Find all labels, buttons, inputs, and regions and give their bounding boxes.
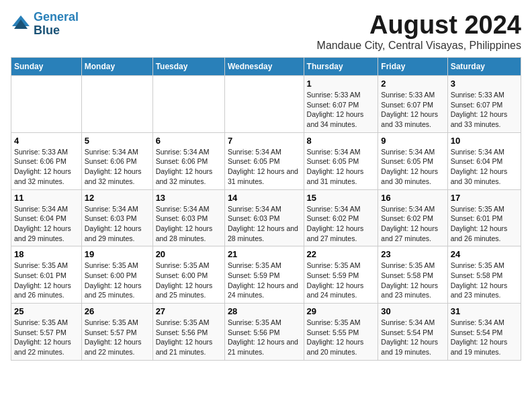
day-number: 30 [381, 306, 444, 316]
calendar-cell: 31Sunrise: 5:34 AMSunset: 5:54 PMDayligh… [447, 304, 521, 361]
calendar-cell: 24Sunrise: 5:35 AMSunset: 5:58 PMDayligh… [447, 246, 521, 304]
day-number: 10 [451, 136, 518, 146]
day-info: Sunrise: 5:33 AMSunset: 6:07 PMDaylight:… [451, 90, 518, 130]
day-info: Sunrise: 5:35 AMSunset: 6:01 PMDaylight:… [14, 261, 79, 300]
header-row: SundayMondayTuesdayWednesdayThursdayFrid… [11, 58, 521, 76]
calendar-cell: 23Sunrise: 5:35 AMSunset: 5:58 PMDayligh… [378, 246, 447, 304]
calendar-cell: 9Sunrise: 5:34 AMSunset: 6:05 PMDaylight… [378, 132, 447, 189]
day-number: 21 [228, 249, 301, 259]
day-info: Sunrise: 5:34 AMSunset: 6:03 PMDaylight:… [156, 204, 222, 244]
calendar-cell: 6Sunrise: 5:34 AMSunset: 6:06 PMDaylight… [152, 132, 224, 189]
day-number: 16 [381, 193, 444, 203]
calendar-cell: 27Sunrise: 5:35 AMSunset: 5:56 PMDayligh… [152, 304, 224, 361]
day-number: 5 [85, 136, 150, 146]
day-number: 31 [451, 306, 518, 316]
day-number: 24 [451, 249, 518, 259]
week-row-3: 18Sunrise: 5:35 AMSunset: 6:01 PMDayligh… [11, 246, 521, 304]
day-number: 25 [14, 306, 79, 316]
day-number: 3 [451, 79, 518, 89]
day-number: 28 [228, 306, 301, 316]
header-wednesday: Wednesday [224, 58, 304, 76]
calendar-cell: 10Sunrise: 5:34 AMSunset: 6:04 PMDayligh… [447, 132, 521, 189]
calendar-cell [152, 76, 224, 133]
day-number: 1 [307, 79, 375, 89]
day-info: Sunrise: 5:35 AMSunset: 5:56 PMDaylight:… [156, 318, 222, 357]
calendar-cell: 13Sunrise: 5:34 AMSunset: 6:03 PMDayligh… [152, 189, 224, 246]
calendar-cell: 14Sunrise: 5:34 AMSunset: 6:03 PMDayligh… [224, 189, 304, 246]
calendar-cell: 8Sunrise: 5:34 AMSunset: 6:05 PMDaylight… [304, 132, 378, 189]
logo: General Blue [11, 11, 79, 38]
day-info: Sunrise: 5:34 AMSunset: 6:06 PMDaylight:… [85, 147, 150, 187]
title-area: August 2024 Mandaue City, Central Visaya… [317, 11, 521, 52]
day-number: 13 [156, 193, 222, 203]
header-friday: Friday [378, 58, 447, 76]
day-info: Sunrise: 5:34 AMSunset: 6:04 PMDaylight:… [14, 204, 79, 244]
day-info: Sunrise: 5:34 AMSunset: 5:54 PMDaylight:… [451, 318, 518, 357]
day-info: Sunrise: 5:35 AMSunset: 5:56 PMDaylight:… [228, 318, 301, 357]
day-info: Sunrise: 5:35 AMSunset: 5:59 PMDaylight:… [307, 261, 375, 300]
calendar-cell [81, 76, 152, 133]
calendar-cell: 4Sunrise: 5:33 AMSunset: 6:06 PMDaylight… [11, 132, 82, 189]
calendar-cell: 26Sunrise: 5:35 AMSunset: 5:57 PMDayligh… [81, 304, 152, 361]
calendar-table: SundayMondayTuesdayWednesdayThursdayFrid… [11, 57, 521, 361]
day-number: 27 [156, 306, 222, 316]
day-number: 8 [307, 136, 375, 146]
header-saturday: Saturday [447, 58, 521, 76]
calendar-cell [224, 76, 304, 133]
calendar-cell: 16Sunrise: 5:34 AMSunset: 6:02 PMDayligh… [378, 189, 447, 246]
day-info: Sunrise: 5:35 AMSunset: 5:57 PMDaylight:… [14, 318, 79, 357]
day-number: 11 [14, 193, 79, 203]
day-info: Sunrise: 5:35 AMSunset: 6:00 PMDaylight:… [156, 261, 222, 300]
day-info: Sunrise: 5:33 AMSunset: 6:07 PMDaylight:… [307, 90, 375, 130]
calendar-cell: 11Sunrise: 5:34 AMSunset: 6:04 PMDayligh… [11, 189, 82, 246]
day-number: 19 [85, 249, 150, 259]
logo-icon [11, 14, 31, 34]
main-title: August 2024 [317, 11, 521, 40]
day-info: Sunrise: 5:35 AMSunset: 6:00 PMDaylight:… [85, 261, 150, 300]
day-number: 9 [381, 136, 444, 146]
day-number: 4 [14, 136, 79, 146]
header-thursday: Thursday [304, 58, 378, 76]
day-info: Sunrise: 5:34 AMSunset: 6:06 PMDaylight:… [156, 147, 222, 187]
day-info: Sunrise: 5:35 AMSunset: 5:59 PMDaylight:… [228, 261, 301, 300]
calendar-cell: 15Sunrise: 5:34 AMSunset: 6:02 PMDayligh… [304, 189, 378, 246]
day-info: Sunrise: 5:34 AMSunset: 6:05 PMDaylight:… [307, 147, 375, 187]
day-number: 6 [156, 136, 222, 146]
week-row-4: 25Sunrise: 5:35 AMSunset: 5:57 PMDayligh… [11, 304, 521, 361]
day-info: Sunrise: 5:35 AMSunset: 5:57 PMDaylight:… [85, 318, 150, 357]
day-number: 20 [156, 249, 222, 259]
day-info: Sunrise: 5:35 AMSunset: 6:01 PMDaylight:… [451, 204, 518, 244]
day-info: Sunrise: 5:34 AMSunset: 6:03 PMDaylight:… [85, 204, 150, 244]
calendar-cell: 1Sunrise: 5:33 AMSunset: 6:07 PMDaylight… [304, 76, 378, 133]
day-info: Sunrise: 5:33 AMSunset: 6:07 PMDaylight:… [381, 90, 444, 130]
calendar-cell: 25Sunrise: 5:35 AMSunset: 5:57 PMDayligh… [11, 304, 82, 361]
week-row-2: 11Sunrise: 5:34 AMSunset: 6:04 PMDayligh… [11, 189, 521, 246]
day-number: 12 [85, 193, 150, 203]
day-info: Sunrise: 5:35 AMSunset: 5:55 PMDaylight:… [307, 318, 375, 357]
day-info: Sunrise: 5:34 AMSunset: 6:04 PMDaylight:… [451, 147, 518, 187]
day-number: 23 [381, 249, 444, 259]
calendar-cell: 30Sunrise: 5:34 AMSunset: 5:54 PMDayligh… [378, 304, 447, 361]
day-number: 15 [307, 193, 375, 203]
calendar-cell: 22Sunrise: 5:35 AMSunset: 5:59 PMDayligh… [304, 246, 378, 304]
header-sunday: Sunday [11, 58, 82, 76]
page-header: General Blue August 2024 Mandaue City, C… [11, 11, 521, 52]
calendar-cell: 17Sunrise: 5:35 AMSunset: 6:01 PMDayligh… [447, 189, 521, 246]
day-number: 14 [228, 193, 301, 203]
calendar-cell: 29Sunrise: 5:35 AMSunset: 5:55 PMDayligh… [304, 304, 378, 361]
day-info: Sunrise: 5:35 AMSunset: 5:58 PMDaylight:… [451, 261, 518, 300]
day-info: Sunrise: 5:34 AMSunset: 5:54 PMDaylight:… [381, 318, 444, 357]
day-info: Sunrise: 5:34 AMSunset: 6:05 PMDaylight:… [228, 147, 301, 187]
day-info: Sunrise: 5:34 AMSunset: 6:02 PMDaylight:… [381, 204, 444, 244]
calendar-cell: 5Sunrise: 5:34 AMSunset: 6:06 PMDaylight… [81, 132, 152, 189]
calendar-cell: 2Sunrise: 5:33 AMSunset: 6:07 PMDaylight… [378, 76, 447, 133]
calendar-cell: 19Sunrise: 5:35 AMSunset: 6:00 PMDayligh… [81, 246, 152, 304]
calendar-cell: 18Sunrise: 5:35 AMSunset: 6:01 PMDayligh… [11, 246, 82, 304]
day-info: Sunrise: 5:33 AMSunset: 6:06 PMDaylight:… [14, 147, 79, 187]
calendar-cell: 20Sunrise: 5:35 AMSunset: 6:00 PMDayligh… [152, 246, 224, 304]
day-number: 26 [85, 306, 150, 316]
day-info: Sunrise: 5:34 AMSunset: 6:02 PMDaylight:… [307, 204, 375, 244]
day-info: Sunrise: 5:34 AMSunset: 6:05 PMDaylight:… [381, 147, 444, 187]
day-info: Sunrise: 5:34 AMSunset: 6:03 PMDaylight:… [228, 204, 301, 244]
calendar-cell: 7Sunrise: 5:34 AMSunset: 6:05 PMDaylight… [224, 132, 304, 189]
